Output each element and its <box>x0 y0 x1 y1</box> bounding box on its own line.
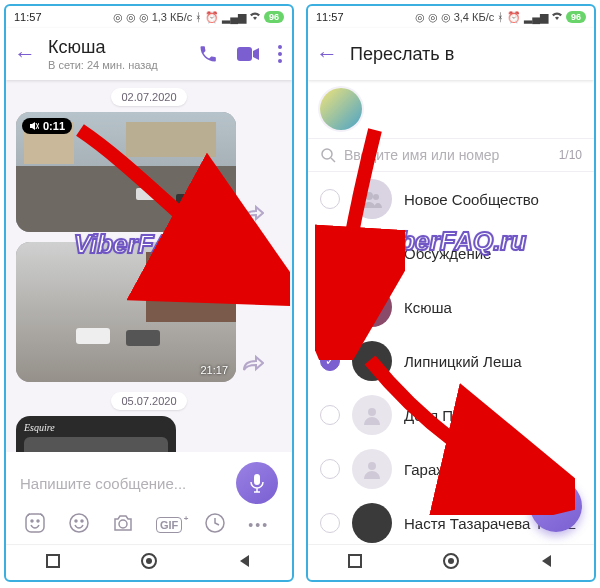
search-row[interactable]: Введите имя или номер 1/10 <box>308 139 594 172</box>
composer-tools: GIF+ ••• <box>14 508 284 540</box>
svg-point-16 <box>365 246 373 254</box>
more-menu-button[interactable] <box>278 45 282 63</box>
svg-rect-20 <box>349 555 361 567</box>
nav-back[interactable] <box>539 553 555 573</box>
svg-point-8 <box>119 520 127 528</box>
camera-icon[interactable] <box>112 513 134 537</box>
svg-rect-0 <box>237 47 252 61</box>
chat-body[interactable]: 02.07.2020 0:11 21:17 <box>6 80 292 452</box>
avatar <box>352 287 392 327</box>
message-time: 21:17 <box>200 364 228 376</box>
wifi-icon <box>249 11 261 23</box>
gif-button[interactable]: GIF+ <box>156 517 182 533</box>
brand-icon: ◎ <box>126 11 136 24</box>
contact-name: Деся Пиво <box>404 407 478 424</box>
page-title: Переслать в <box>350 44 584 65</box>
brand-icon: ◎ <box>113 11 123 24</box>
date-chip: 05.07.2020 <box>111 392 186 410</box>
clock-icon[interactable] <box>204 512 226 538</box>
card-source: Esquire <box>24 422 168 433</box>
checkbox[interactable] <box>320 243 340 263</box>
message-video-2[interactable]: 21:17 <box>16 242 236 382</box>
contact-row[interactable]: Ксюша <box>308 280 594 334</box>
forward-header: ← Переслать в <box>308 28 594 80</box>
contact-name: Обсуждение <box>404 245 491 262</box>
selection-count: 1/10 <box>559 148 582 162</box>
search-input[interactable]: Введите имя или номер <box>344 147 499 163</box>
forward-icon[interactable] <box>242 354 264 376</box>
signal-icon: ▂▄▆ <box>222 11 246 24</box>
mic-button[interactable] <box>236 462 278 504</box>
contact-row[interactable]: ✓Липницкий Леша <box>308 334 594 388</box>
statusbar-right: ◎ ◎ ◎ 1,3 КБ/с ᚼ ⏰ ▂▄▆ 96 <box>113 11 284 24</box>
statusbar: 11:57 ◎ ◎ ◎ 3,4 КБ/с ᚼ ⏰ ▂▄▆ 96 <box>308 6 594 28</box>
net-speed: 3,4 КБ/с <box>454 11 495 23</box>
group-avatar-icon <box>352 233 392 273</box>
card-image <box>24 437 168 452</box>
alarm-icon: ⏰ <box>205 11 219 24</box>
header-actions <box>198 44 282 64</box>
smiley-icon[interactable] <box>68 512 90 538</box>
sticker-icon[interactable] <box>24 512 46 538</box>
message-input[interactable]: Напишите сообщение... <box>20 475 236 492</box>
phone-right: 11:57 ◎ ◎ ◎ 3,4 КБ/с ᚼ ⏰ ▂▄▆ 96 ← Пересл… <box>306 4 596 582</box>
nav-recent[interactable] <box>45 553 61 573</box>
net-speed: 1,3 КБ/с <box>152 11 193 23</box>
battery-icon: 96 <box>264 11 284 23</box>
call-button[interactable] <box>198 44 218 64</box>
checkbox[interactable] <box>320 189 340 209</box>
composer: Напишите сообщение... GIF+ ••• <box>6 452 292 544</box>
contact-name: Липницкий Леша <box>404 353 522 370</box>
date-chip: 02.07.2020 <box>111 88 186 106</box>
statusbar-time: 11:57 <box>14 11 42 23</box>
message-time: 21:17 <box>200 214 228 226</box>
message-link-card[interactable]: Esquire Тест. Какой вы мам? <box>16 416 176 452</box>
brand-icon: ◎ <box>415 11 425 24</box>
contact-row[interactable]: Новое Сообщество <box>308 172 594 226</box>
contact-row[interactable]: Обсуждение <box>308 226 594 280</box>
checkbox[interactable] <box>320 513 340 533</box>
compose-input-row: Напишите сообщение... <box>14 458 284 508</box>
back-button[interactable]: ← <box>12 41 38 67</box>
chat-subtitle: В сети: 24 мин. назад <box>48 59 188 72</box>
checkbox[interactable] <box>320 405 340 425</box>
header-title-block[interactable]: Ксюша В сети: 24 мин. назад <box>48 37 188 71</box>
brand-icon: ◎ <box>428 11 438 24</box>
svg-point-17 <box>373 248 379 254</box>
svg-rect-1 <box>254 474 260 485</box>
nav-back[interactable] <box>237 553 253 573</box>
nav-home[interactable] <box>140 552 158 574</box>
avatar <box>352 395 392 435</box>
send-button[interactable] <box>530 480 582 532</box>
back-button[interactable]: ← <box>314 41 340 67</box>
statusbar-time: 11:57 <box>316 11 344 23</box>
svg-point-7 <box>81 520 83 522</box>
video-call-button[interactable] <box>236 45 260 63</box>
checkbox[interactable] <box>320 297 340 317</box>
statusbar-right: ◎ ◎ ◎ 3,4 КБ/с ᚼ ⏰ ▂▄▆ 96 <box>415 11 586 24</box>
svg-point-22 <box>448 558 454 564</box>
forward-icon[interactable] <box>242 204 264 226</box>
mute-icon: 0:11 <box>22 118 72 134</box>
forward-body: Введите имя или номер 1/10 Новое Сообщес… <box>308 80 594 544</box>
selected-avatar[interactable] <box>320 88 362 130</box>
bluetooth-icon: ᚼ <box>195 11 202 23</box>
phone-left: 11:57 ◎ ◎ ◎ 1,3 КБ/с ᚼ ⏰ ▂▄▆ 96 ← Ксюша … <box>4 4 294 582</box>
svg-point-18 <box>368 408 376 416</box>
contact-row[interactable]: Деся Пиво <box>308 388 594 442</box>
avatar <box>352 341 392 381</box>
svg-point-4 <box>37 520 39 522</box>
nav-home[interactable] <box>442 552 460 574</box>
svg-point-14 <box>365 192 373 200</box>
search-icon <box>320 147 336 163</box>
svg-rect-2 <box>26 514 44 532</box>
message-video-1[interactable]: 0:11 21:17 <box>16 112 236 232</box>
nav-recent[interactable] <box>347 553 363 573</box>
checkbox[interactable]: ✓ <box>320 351 340 371</box>
contact-name: Гараж Мира <box>404 461 488 478</box>
contact-name: Ксюша <box>404 299 452 316</box>
svg-point-5 <box>70 514 88 532</box>
avatar <box>352 449 392 489</box>
checkbox[interactable] <box>320 459 340 479</box>
more-icon[interactable]: ••• <box>248 517 269 533</box>
